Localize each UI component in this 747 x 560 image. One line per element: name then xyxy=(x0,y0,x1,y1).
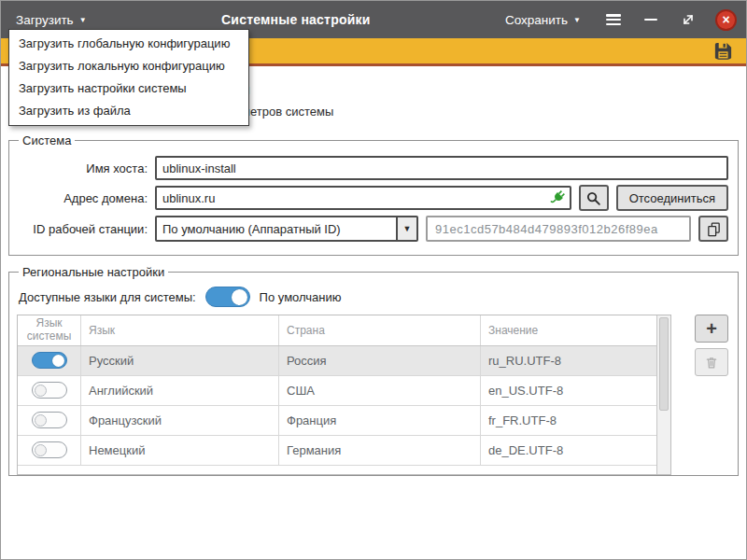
minimize-icon xyxy=(644,19,657,21)
language-table-body: РусскийРоссияru_RU.UTF-8АнглийскийСШАen_… xyxy=(18,346,656,466)
copy-icon xyxy=(706,221,722,237)
load-dropdown-menu: Загрузить глобальную конфигурациюЗагрузи… xyxy=(8,29,249,126)
floppy-disk-icon xyxy=(712,40,734,62)
default-label: По умолчанию xyxy=(260,290,342,304)
country-cell: Германия xyxy=(279,436,481,465)
station-id-mode-value: По умолчанию (Аппаратный ID) xyxy=(157,222,396,236)
dropdown-item[interactable]: Загрузить настройки системы xyxy=(9,77,248,100)
domain-label: Адрес домена: xyxy=(19,191,148,205)
table-scrollbar[interactable] xyxy=(656,315,670,474)
language-enabled-toggle[interactable] xyxy=(32,412,67,428)
col-header-country: Страна xyxy=(279,315,481,345)
system-language-cell xyxy=(18,376,81,405)
dropdown-item[interactable]: Загрузить локальную конфигурацию xyxy=(9,55,248,77)
system-group-legend: Система xyxy=(19,133,75,147)
copy-id-button[interactable] xyxy=(698,216,728,242)
chevron-down-icon: ▼ xyxy=(573,17,581,24)
plus-icon: + xyxy=(706,319,717,338)
station-id-value: 91ec1cd57b484d479893f012b26f89ea xyxy=(426,216,691,242)
hostname-input[interactable] xyxy=(155,156,728,180)
language-enabled-toggle[interactable] xyxy=(32,382,67,399)
combo-dropdown-arrow[interactable]: ▼ xyxy=(396,217,416,240)
country-cell: США xyxy=(279,376,481,405)
languages-table: Язык системы Язык Страна Значение Русски… xyxy=(17,315,671,475)
table-filler xyxy=(18,466,656,474)
col-header-value: Значение xyxy=(481,315,656,345)
save-menu-label: Сохранить xyxy=(505,13,568,27)
dropdown-item[interactable]: Загрузить из файла xyxy=(9,100,248,122)
close-icon: × xyxy=(722,13,729,26)
close-button[interactable]: × xyxy=(715,9,737,31)
load-menu-button[interactable]: Загрузить ▼ xyxy=(10,9,92,31)
maximize-button[interactable] xyxy=(678,9,698,30)
station-id-mode-select[interactable]: По умолчанию (Аппаратный ID) ▼ xyxy=(155,216,418,242)
save-to-file-button[interactable] xyxy=(711,40,735,63)
minimize-button[interactable] xyxy=(641,9,661,30)
language-table-row[interactable]: ФранцузскийФранцияfr_FR.UTF-8 xyxy=(18,406,656,436)
toggle-knob xyxy=(52,355,64,367)
languages-enabled-toggle[interactable] xyxy=(205,287,250,307)
toggle-knob xyxy=(35,444,47,456)
system-language-cell xyxy=(18,406,81,435)
save-menu-button[interactable]: Сохранить ▼ xyxy=(500,9,586,31)
system-language-cell xyxy=(18,346,81,375)
language-table-row[interactable]: РусскийРоссияru_RU.UTF-8 xyxy=(18,346,656,376)
search-icon xyxy=(585,190,601,206)
language-enabled-toggle[interactable] xyxy=(32,441,67,458)
system-settings-window: Загрузить ▼ Системные настройки Сохранит… xyxy=(0,0,747,560)
language-cell: Русский xyxy=(81,346,279,375)
disconnect-button[interactable]: Отсоединиться xyxy=(616,185,728,211)
search-domain-button[interactable] xyxy=(579,185,609,211)
language-cell: Немецкий xyxy=(81,436,279,465)
hostname-label: Имя хоста: xyxy=(19,161,148,175)
expand-icon xyxy=(681,12,696,27)
hamburger-icon xyxy=(606,14,621,25)
window-title: Системные настройки xyxy=(92,12,500,27)
toggle-knob xyxy=(232,289,247,305)
system-language-cell xyxy=(18,436,81,465)
station-id-label: ID рабочей станции: xyxy=(19,222,148,236)
regional-group-legend: Региональные настройки xyxy=(19,265,168,279)
value-cell: ru_RU.UTF-8 xyxy=(481,346,656,375)
delete-language-button[interactable] xyxy=(695,348,728,376)
col-header-language: Язык xyxy=(81,315,279,345)
value-cell: en_US.UTF-8 xyxy=(481,376,656,405)
value-cell: de_DE.UTF-8 xyxy=(481,436,656,465)
country-cell: Россия xyxy=(279,346,481,375)
country-cell: Франция xyxy=(279,406,481,435)
language-cell: Английский xyxy=(81,376,279,405)
language-cell: Французский xyxy=(81,406,279,435)
chevron-down-icon: ▼ xyxy=(79,17,87,24)
hamburger-menu-button[interactable] xyxy=(603,9,624,30)
value-cell: fr_FR.UTF-8 xyxy=(481,406,656,435)
col-header-system-language: Язык системы xyxy=(18,315,81,345)
dropdown-item[interactable]: Загрузить глобальную конфигурацию xyxy=(9,33,248,55)
scrollbar-thumb[interactable] xyxy=(659,317,669,411)
language-table-row[interactable]: АнглийскийСШАen_US.UTF-8 xyxy=(18,376,656,406)
add-language-button[interactable]: + xyxy=(695,315,728,343)
system-group: Система Имя хоста: Адрес домена: xyxy=(8,133,739,256)
regional-group: Региональные настройки Доступные языки д… xyxy=(8,265,739,476)
language-table-row[interactable]: НемецкийГерманияde_DE.UTF-8 xyxy=(18,436,656,466)
domain-input[interactable] xyxy=(155,186,571,210)
available-languages-label: Доступные языки для системы: xyxy=(19,290,196,304)
toggle-knob xyxy=(35,414,47,427)
toggle-knob xyxy=(35,385,47,397)
load-menu-label: Загрузить xyxy=(16,13,74,27)
trash-icon xyxy=(704,355,719,371)
language-enabled-toggle[interactable] xyxy=(32,352,67,369)
table-header-row: Язык системы Язык Страна Значение xyxy=(18,315,656,346)
connected-plug-icon xyxy=(548,189,567,207)
